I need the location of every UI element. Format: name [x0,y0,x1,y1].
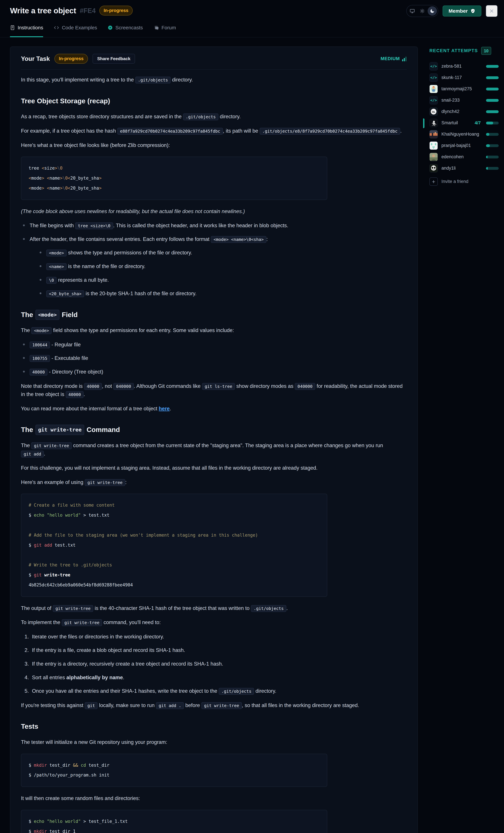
tab-forum[interactable]: Forum [153,24,176,37]
avatar [429,85,438,93]
light-theme-icon[interactable] [418,6,427,16]
inline-code: .git/objects [135,77,171,84]
progress-bar [486,122,499,124]
text: . This is called the object header, and … [113,222,288,229]
progress-bar [486,167,499,170]
attempt-row-tanmoymaji275[interactable]: tanmoymaji275 [429,84,499,94]
inline-code: 40000 [30,369,47,376]
system-theme-icon[interactable] [408,6,417,16]
theme-switcher[interactable] [406,5,438,17]
inline-code: git [85,702,98,709]
task-header: Your Task In-progress Share Feedback MED… [21,54,407,70]
play-icon [108,25,113,30]
page-title: Write a tree object [10,4,76,17]
text: Tree Object Storage (recap) [21,96,110,106]
sidebar-heading: RECENT ATTEMPTS [429,47,478,54]
avatar: </> [429,96,438,104]
avatar: </> [429,62,438,70]
attempt-row-dlynch42[interactable]: D|Ldlynch42 [429,107,499,116]
paragraph: It will then create some random files an… [21,794,407,803]
paragraph: Here's what a tree object file looks lik… [21,141,407,149]
text: The output of [21,605,53,611]
code-block: $ mkdir test_dir && cd test_dir $ /path/… [21,754,327,787]
avatar [429,153,438,161]
text: . [170,406,171,411]
inline-code: <20_byte_sha> [46,290,84,297]
recent-attempts-sidebar: RECENT ATTEMPTS 10 </>zebra-581</>skunk-… [429,46,499,186]
text: . [123,674,124,681]
text-link[interactable]: here [159,406,170,411]
text: After the header, the file contains seve… [30,236,211,242]
plus-icon: + [429,177,438,186]
paragraph: You can read more about the internal for… [21,405,407,413]
shield-check-icon [470,8,475,14]
progress-bar [486,88,499,91]
attempt-row-snail-233[interactable]: </>snail-233 [429,95,499,105]
difficulty-bars-icon [402,56,407,61]
attempt-row-andy1li[interactable]: andy1li [429,163,499,173]
tab-instructions[interactable]: Instructions [10,24,43,37]
tab-label: Screencasts [115,24,143,32]
text: : [266,236,268,242]
inline-code: .git/objects [251,605,286,612]
text: Iterate over the files or directories in… [32,634,164,640]
close-button[interactable] [486,5,498,17]
inline-code: git write-tree [53,605,93,612]
code-block: tree <size>\0 <mode> <name>\0<20_byte_sh… [21,157,327,200]
bullet-list: The file begins with tree <size>\0. This… [21,221,407,298]
status-badge: In-progress [99,6,133,16]
text: (The code block above uses newlines for … [21,208,245,214]
progress-bar [486,76,499,79]
attempt-username: zebra-581 [442,63,482,70]
invite-friend-button[interactable]: + Invite a friend [429,177,499,186]
attempt-username: snail-233 [442,97,482,104]
tab-label: Instructions [18,24,43,32]
bullet-list: 100644 - Regular file100755 - Executable… [21,340,407,376]
attempt-row-skunk-117[interactable]: </>skunk-117 [429,73,499,82]
attempt-row-khainguyenhoang[interactable]: KhaiNguyenHoang [429,129,499,139]
tab-code-examples[interactable]: Code Examples [54,24,97,37]
text: , so that all files in the working direc… [242,703,359,708]
inline-code: .git/objects [219,688,254,695]
dark-theme-icon[interactable] [428,6,437,16]
text: is the 40-character SHA-1 hash of the tr… [93,605,251,611]
inline-code: git add . [156,702,184,709]
share-feedback-button[interactable]: Share Feedback [93,54,135,64]
tab-screencasts[interactable]: Screencasts [108,24,143,37]
text: To implement the [21,619,62,625]
text: Field [62,309,78,320]
attempt-row-zebra-581[interactable]: </>zebra-581 [429,62,499,71]
text: locally, make sure to run [98,703,156,708]
attempt-row-smartuil[interactable]: Smartuil4/7 [429,118,499,128]
text: The [21,443,31,448]
text: . [44,451,45,457]
attempt-username: Smartuil [442,119,471,126]
attempt-row-pranjal-bajaj01[interactable]: pranjal-bajaj01 [429,141,499,150]
paragraph: For this challenge, you will not impleme… [21,464,407,472]
attempt-row-edencohen[interactable]: edencohen [429,152,499,162]
attempt-username: pranjal-bajaj01 [442,142,482,149]
list-item: Sort all entries alphabetically by name. [30,673,407,682]
code-icon [54,25,59,30]
text: The [21,327,31,333]
attempts-count-badge: 10 [481,47,491,55]
paragraph: Note that directory mode is 40000, not 0… [21,382,407,399]
text: represents a null byte. [57,277,109,283]
attempt-username: tanmoymaji275 [442,85,482,93]
avatar [429,130,438,139]
list-item: 40000 - Directory (Tree object) [21,368,407,376]
paragraph: (The code block above uses newlines for … [21,207,407,216]
inline-code: <mode> [31,327,52,334]
inline-code: git write-tree [31,442,72,449]
inline-code: git write-tree [85,479,125,486]
paragraph: In this stage, you'll implement writing … [21,76,407,84]
list-item: Once you have all the entries and their … [30,687,407,695]
text: The [21,424,33,435]
text: . [286,605,288,611]
section-heading: Tests [21,721,407,732]
member-button[interactable]: Member [443,5,481,17]
progress-bar [486,133,499,136]
attempt-username: andy1li [442,165,482,172]
text: The [21,309,33,320]
text: directory. [218,114,241,119]
